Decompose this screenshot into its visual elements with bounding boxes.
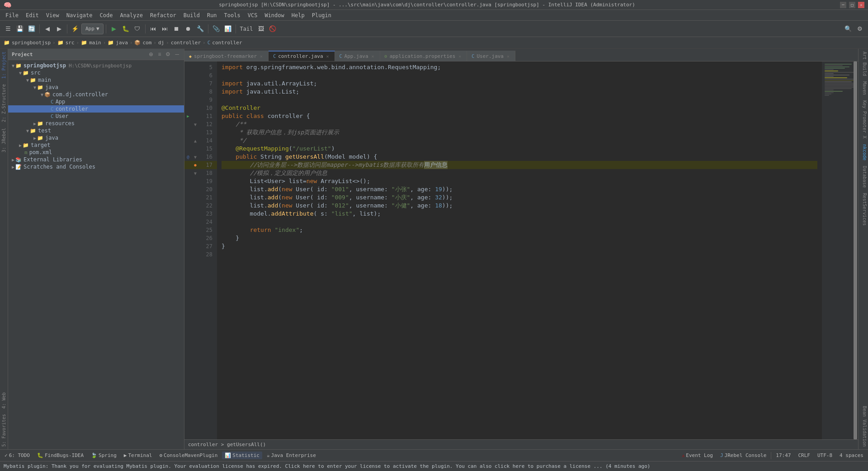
toolbar-more-btn4[interactable]: ⏺ bbox=[183, 24, 194, 34]
toolbar-search-btn[interactable]: 🔍 bbox=[843, 24, 854, 34]
bread-springbootjsp[interactable]: springbootjsp bbox=[12, 40, 51, 46]
tree-app[interactable]: C App bbox=[8, 98, 184, 105]
bread-dj[interactable]: dj bbox=[158, 40, 164, 46]
encoding-display[interactable]: UTF-8 bbox=[815, 452, 835, 458]
tree-root[interactable]: ▼ 📁 springbootjsp H:\CSDN\springbootjsp bbox=[8, 62, 184, 69]
bread-com[interactable]: com bbox=[142, 40, 151, 46]
toolbar-more-btn5[interactable]: 🔧 bbox=[195, 24, 206, 34]
fold-12[interactable]: ▼ bbox=[192, 122, 199, 127]
toolbar-back-btn[interactable]: ◀ bbox=[42, 24, 53, 34]
jrebel-console-btn[interactable]: J JRebel Console bbox=[717, 452, 769, 459]
menu-tools[interactable]: Tools bbox=[221, 11, 244, 19]
nkcode-tab[interactable]: nkcode bbox=[859, 141, 868, 163]
java-enterprise-tool[interactable]: ☕ Java Enterprise bbox=[264, 452, 319, 459]
window-controls[interactable]: ─ □ ✕ bbox=[840, 2, 864, 8]
tab-user[interactable]: C User.java ✕ bbox=[467, 51, 515, 61]
minimap-scrollbar[interactable] bbox=[854, 61, 857, 439]
maven-tab[interactable]: Maven bbox=[859, 79, 868, 98]
fold-18[interactable]: ▼ bbox=[192, 171, 199, 176]
toolbar-sync-btn[interactable]: 🔄 bbox=[26, 24, 37, 34]
menu-edit[interactable]: Edit bbox=[22, 11, 42, 19]
notification-bar[interactable]: Mybatis plugin: Thank you for evaluating… bbox=[0, 461, 868, 471]
tab-app-close[interactable]: ✕ bbox=[371, 54, 375, 59]
jrebel-tab[interactable]: 3: JRebel bbox=[1, 125, 7, 155]
bread-src[interactable]: src bbox=[66, 40, 75, 46]
menu-run[interactable]: Run bbox=[203, 11, 221, 19]
tree-resources[interactable]: ▶ 📁 resources bbox=[8, 120, 184, 127]
project-tab[interactable]: 1: Project bbox=[1, 49, 7, 81]
tree-main[interactable]: ▼ 📁 main bbox=[8, 76, 184, 84]
tree-test[interactable]: ▼ 📁 test bbox=[8, 127, 184, 134]
tab-controller-close[interactable]: ✕ bbox=[326, 54, 330, 59]
toolbar-save-btn[interactable]: 💾 bbox=[14, 24, 25, 34]
maven-console-tool[interactable]: ⚙ ConsoleMavenPlugin bbox=[156, 452, 220, 459]
spring-tool[interactable]: 🍃 Spring bbox=[88, 452, 119, 459]
toolbar-attach-btn[interactable]: 📎 bbox=[211, 24, 222, 34]
indent-display[interactable]: 4 spaces bbox=[837, 452, 866, 458]
tab-freemarker-close[interactable]: ✕ bbox=[259, 54, 264, 59]
line-ending-display[interactable]: CRLF bbox=[795, 452, 813, 458]
toolbar-coverage-btn[interactable]: 📊 bbox=[222, 24, 233, 34]
toolbar-action-btn[interactable]: ⚡ bbox=[70, 24, 80, 34]
todo-tool[interactable]: ✓ 6: TODO bbox=[2, 452, 33, 459]
tab-props-close[interactable]: ✕ bbox=[458, 54, 462, 59]
database-tab[interactable]: Database bbox=[859, 163, 868, 190]
tree-package[interactable]: ▼ 📦 com.dj.controller bbox=[8, 91, 184, 98]
menu-build[interactable]: Build bbox=[180, 11, 203, 19]
toolbar-more-btn3[interactable]: ⏹ bbox=[171, 24, 182, 34]
menu-window[interactable]: Window bbox=[261, 11, 288, 19]
menu-view[interactable]: View bbox=[42, 11, 63, 19]
fold-14[interactable]: ▲ bbox=[192, 138, 199, 143]
menu-help[interactable]: Help bbox=[288, 11, 308, 19]
tree-src[interactable]: ▼ 📁 src bbox=[8, 69, 184, 76]
bread-controller-pkg[interactable]: controller bbox=[171, 40, 201, 46]
tab-user-close[interactable]: ✕ bbox=[506, 54, 510, 59]
toolbar-img-btn[interactable]: 🖼 bbox=[255, 24, 266, 34]
menu-refactor[interactable]: Refactor bbox=[146, 11, 180, 19]
toolbar-menu-btn[interactable]: ☰ bbox=[3, 24, 14, 34]
run-btn[interactable]: ▶ bbox=[108, 24, 119, 34]
menu-vcs[interactable]: VCS bbox=[244, 11, 261, 19]
tab-props[interactable]: ⚙ application.properties ✕ bbox=[380, 51, 467, 61]
tree-test-java[interactable]: ▶ 📁 java bbox=[8, 134, 184, 141]
art-build-tab[interactable]: Art Build bbox=[859, 49, 868, 79]
tree-controller[interactable]: C controller bbox=[8, 105, 184, 113]
findbugs-tool[interactable]: 🐛 FindBugs-IDEA bbox=[34, 452, 86, 459]
bread-main[interactable]: main bbox=[89, 40, 101, 46]
toolbar-more-btn2[interactable]: ⏭ bbox=[160, 24, 170, 34]
toolbar-tail-label[interactable]: Tail bbox=[238, 26, 255, 32]
favorites-tab[interactable]: 5: Favorites bbox=[1, 411, 7, 449]
code-editor[interactable]: import org.springframework.web.bind.anno… bbox=[217, 61, 822, 439]
tree-user[interactable]: C User bbox=[8, 113, 184, 120]
debug-btn[interactable]: 🐛 bbox=[120, 24, 131, 34]
tree-ext-libs[interactable]: ▶ 📚 External Libraries bbox=[8, 156, 184, 163]
menu-analyze[interactable]: Analyze bbox=[116, 11, 146, 19]
run-with-coverage-btn[interactable]: 🛡 bbox=[132, 24, 143, 34]
close-button[interactable]: ✕ bbox=[858, 2, 864, 8]
event-log-btn[interactable]: ⚠ Event Log bbox=[679, 452, 716, 459]
tab-freemarker[interactable]: ◆ springboot-freemarker ✕ bbox=[184, 51, 269, 61]
web-tab[interactable]: 4: Web bbox=[1, 390, 7, 411]
toolbar-settings-btn[interactable]: ⚙ bbox=[854, 24, 865, 34]
menu-file[interactable]: File bbox=[2, 11, 22, 19]
statistic-tool[interactable]: 📊 Statistic bbox=[222, 452, 262, 459]
bean-validation-tab[interactable]: Bean Validation bbox=[859, 403, 868, 449]
minimap-thumb[interactable] bbox=[854, 61, 857, 439]
structure-tab[interactable]: 2: Z-Structure bbox=[1, 81, 7, 125]
toolbar-stop-btn[interactable]: 🚫 bbox=[267, 24, 278, 34]
maximize-button[interactable]: □ bbox=[849, 2, 855, 8]
menu-plugin[interactable]: Plugin bbox=[308, 11, 335, 19]
bread-java[interactable]: java bbox=[116, 40, 128, 46]
project-close-btn[interactable]: ─ bbox=[174, 51, 180, 58]
ann-16[interactable]: @ bbox=[184, 155, 192, 159]
tree-target[interactable]: ▶ 📁 target bbox=[8, 141, 184, 149]
tree-scratches[interactable]: ▶ 📝 Scratches and Consoles bbox=[8, 163, 184, 170]
project-settings-btn[interactable]: ⚙ bbox=[164, 51, 172, 58]
tree-java-dir[interactable]: ▼ 📁 java bbox=[8, 84, 184, 91]
fold-16[interactable]: ▼ bbox=[192, 155, 199, 160]
rest-services-tab[interactable]: RestServices bbox=[859, 190, 868, 228]
terminal-tool[interactable]: ▶ Terminal bbox=[121, 452, 155, 459]
toolbar-more-btn1[interactable]: ⏮ bbox=[148, 24, 159, 34]
fold-17[interactable]: ● bbox=[192, 163, 199, 167]
toolbar-forward-btn[interactable]: ▶ bbox=[54, 24, 65, 34]
